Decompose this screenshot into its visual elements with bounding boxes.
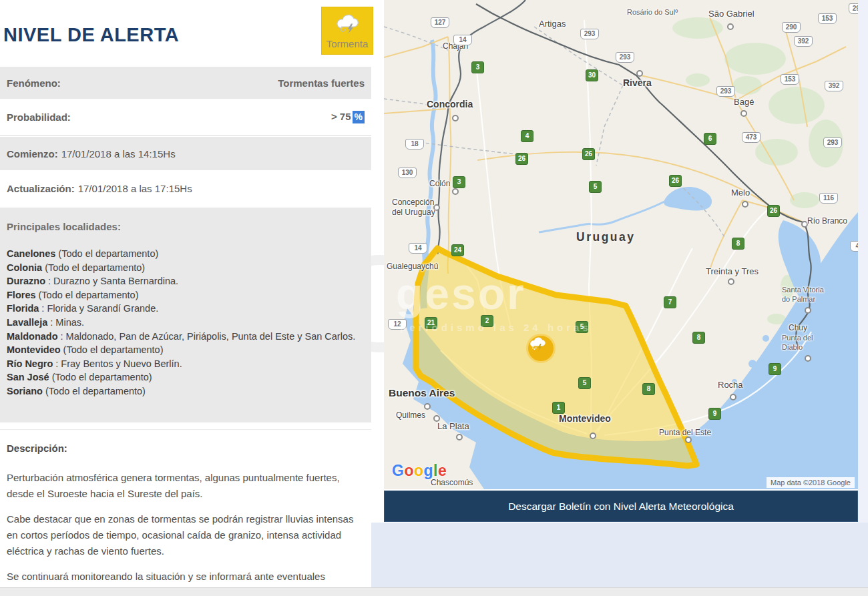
map-city-marker	[728, 278, 734, 285]
map-city-label: Rivera	[623, 77, 652, 89]
description-heading: Descripción:	[7, 440, 365, 457]
google-logo[interactable]: Google	[392, 462, 447, 480]
locality-item: Florida : Florida y Sarandí Grande.	[7, 302, 365, 316]
map-city-label: Buenos Aires	[389, 386, 455, 399]
map-city-marker	[452, 115, 459, 121]
description-paragraph: Perturbación atmosférica genera tormenta…	[7, 470, 365, 502]
percent-unit-box: %	[353, 111, 365, 123]
storm-cloud-icon	[528, 336, 547, 352]
route-shield-green: 9	[708, 408, 721, 420]
description-paragraph: Cabe destacar que en zonas de tormentas …	[7, 511, 365, 559]
map-city-marker	[730, 394, 736, 400]
map-city-marker	[805, 307, 811, 314]
route-shield-white: 153	[781, 74, 799, 85]
watermark-gesor: gesor	[396, 268, 526, 319]
map-city-marker	[727, 23, 734, 30]
route-shield-green: 8	[692, 332, 705, 344]
route-shield-white: 130	[398, 168, 417, 178]
route-shield-white: 290	[782, 22, 801, 33]
route-shield-white: 116	[819, 193, 838, 204]
map-city-label: Colón	[429, 179, 450, 189]
map[interactable]: Uruguay gesor periodismo las 24 horas Go…	[384, 0, 858, 489]
locality-item: Maldonado : Maldonado, Pan de Azúcar, Pi…	[7, 330, 365, 344]
route-shield-green: 8	[732, 238, 744, 250]
page-title: NIVEL DE ALERTA	[3, 24, 179, 46]
field-row-actualizacion: Actualización: 17/01/2018 a las 17:15Hs	[0, 170, 371, 206]
map-city-label: Treinta y Tres	[706, 266, 758, 277]
field-row-comienzo: Comienzo: 17/01/2018 a las 14:15Hs	[0, 137, 371, 170]
localities-heading: Principales localidades:	[7, 221, 365, 232]
route-shield-white: 153	[818, 13, 837, 24]
map-city-label: Punta del Diablo	[782, 334, 813, 352]
country-label: Uruguay	[576, 230, 635, 244]
fenomeno-label: Fenómeno:	[7, 77, 61, 89]
field-row-probabilidad: Probabilidad: > 75%	[0, 99, 371, 136]
probabilidad-label: Probabilidad:	[7, 111, 71, 123]
map-city-marker	[742, 201, 748, 208]
route-shield-green: 8	[642, 383, 655, 395]
download-bulletin-button[interactable]: Descargar Boletín con Nivel Alerta Meteo…	[384, 491, 858, 522]
locality-item: Lavalleja : Minas.	[7, 316, 365, 330]
comienzo-label: Comienzo:	[7, 148, 58, 160]
localities-block: Principales localidades: Canelones (Todo…	[0, 208, 371, 422]
field-row-fenomeno: Fenómeno: Tormentas fuertes	[0, 67, 371, 99]
locality-item: Durazno : Durazno y Santa Bernardina.	[7, 274, 365, 288]
actualizacion-label: Actualización:	[7, 183, 75, 194]
description-paragraphs: Perturbación atmosférica genera tormenta…	[7, 470, 365, 596]
route-shield-white: 392	[794, 36, 813, 47]
route-shield-white: 473	[742, 132, 761, 143]
locality-item: Canelones (Todo el departamento)	[7, 247, 365, 261]
map-city-marker	[456, 434, 463, 440]
route-shield-white: 293	[616, 52, 634, 63]
route-shield-green: 4	[521, 130, 533, 142]
map-city-label: Montevideo	[559, 413, 611, 425]
route-shield-green: 26	[767, 205, 780, 217]
map-city-marker	[452, 188, 459, 195]
footer-strip	[0, 587, 868, 596]
route-shield-green: 5	[578, 377, 591, 389]
probabilidad-value: > 75%	[331, 111, 365, 123]
map-city-label: Rosário do Sulº	[627, 8, 678, 17]
right-margin-strip	[858, 0, 868, 523]
locality-item: Río Negro : Fray Bentos y Nuevo Berlín.	[7, 357, 365, 371]
map-city-label: Bagé	[734, 97, 754, 107]
route-shield-green: 7	[664, 296, 676, 308]
map-city-label: Rocha	[718, 380, 743, 390]
route-shield-white: 293	[823, 137, 842, 148]
route-shield-green: 9	[769, 363, 781, 375]
route-shield-green: 26	[669, 175, 682, 187]
locality-item: Colonia (Todo el departamento)	[7, 261, 365, 275]
locality-item: San José (Todo el departamento)	[7, 370, 365, 384]
map-city-label: Concepción del Uruguay	[392, 198, 435, 218]
map-city-label: Chuy	[789, 323, 807, 333]
route-shield-white: 293	[849, 3, 858, 14]
map-city-label: Río Branco	[807, 216, 847, 226]
locality-item: Flores (Todo el departamento)	[7, 288, 365, 302]
route-shield-green: 6	[704, 133, 716, 145]
route-shield-green: 24	[451, 244, 464, 256]
map-city-label: Punta del Este	[659, 428, 711, 438]
route-shield-white: 392	[825, 81, 843, 91]
route-shield-green: 3	[471, 61, 484, 73]
map-city-label: La Plata	[437, 421, 469, 432]
route-shield-white: 47	[850, 241, 858, 252]
route-shield-green: 3	[453, 176, 465, 188]
alert-badge-label: Tormenta	[327, 38, 369, 49]
route-shield-white: 293	[580, 29, 599, 39]
map-city-label: Concordia	[427, 99, 473, 111]
map-city-label: São Gabriel	[708, 9, 754, 19]
map-city-label: Quilmes	[396, 410, 425, 420]
fenomeno-value: Tormentas fuertes	[278, 77, 365, 89]
actualizacion-value: 17/01/2018 a las 17:15Hs	[78, 183, 192, 194]
storm-alert-marker[interactable]	[526, 334, 556, 363]
route-shield-white: 18	[405, 139, 424, 150]
route-shield-green: 1	[552, 402, 565, 414]
map-city-marker	[636, 70, 643, 77]
route-shield-green: 5	[589, 181, 602, 193]
map-city-label: Santa Vitoria do Palmar	[782, 286, 824, 304]
lower-right-area	[371, 523, 868, 587]
alert-panel: NIVEL DE ALERTA Tormenta Fenómeno: Torme…	[0, 0, 371, 587]
route-shield-white: 293	[716, 86, 735, 97]
locality-item: Soriano (Todo el departamento)	[7, 384, 365, 398]
storm-cloud-icon	[334, 13, 361, 37]
